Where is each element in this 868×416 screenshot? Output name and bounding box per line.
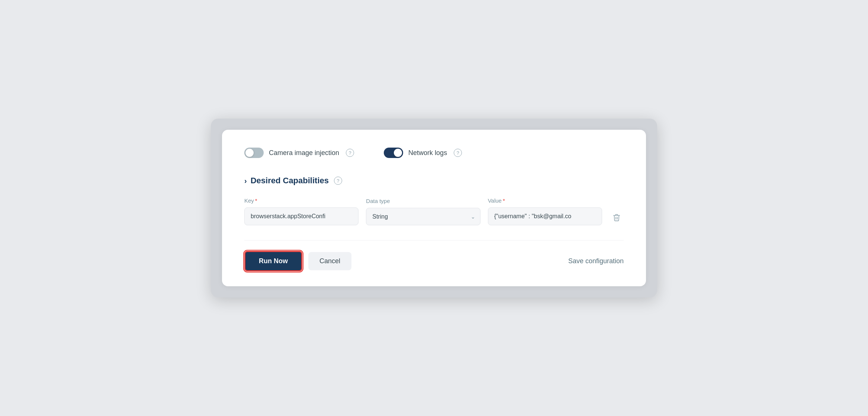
trash-icon bbox=[613, 213, 621, 222]
key-field-group: Key* bbox=[244, 197, 359, 225]
run-now-button[interactable]: Run Now bbox=[244, 251, 302, 271]
value-field-group: Value* bbox=[488, 197, 602, 225]
camera-injection-toggle[interactable] bbox=[244, 148, 264, 158]
page-wrapper: Camera image injection ? Network logs ? … bbox=[211, 119, 657, 297]
capabilities-fields-row: Key* Data type String Boolean Integer Ob… bbox=[244, 197, 624, 225]
save-configuration-button[interactable]: Save configuration bbox=[568, 257, 624, 265]
chevron-down-icon: › bbox=[244, 177, 247, 185]
data-type-field-group: Data type String Boolean Integer Object … bbox=[366, 198, 480, 225]
camera-injection-thumb bbox=[245, 149, 254, 157]
network-logs-help-icon[interactable]: ? bbox=[454, 149, 462, 157]
network-logs-thumb bbox=[394, 149, 402, 157]
camera-injection-toggle-item: Camera image injection ? bbox=[244, 148, 354, 158]
data-type-select[interactable]: String Boolean Integer Object bbox=[366, 208, 480, 225]
network-logs-label: Network logs bbox=[408, 149, 447, 157]
camera-injection-label: Camera image injection bbox=[269, 149, 339, 157]
toggle-row: Camera image injection ? Network logs ? bbox=[244, 148, 624, 158]
value-input[interactable] bbox=[488, 207, 602, 225]
network-logs-toggle-item: Network logs ? bbox=[384, 148, 462, 158]
value-field-label: Value* bbox=[488, 197, 602, 204]
modal-container: Camera image injection ? Network logs ? … bbox=[222, 130, 646, 286]
camera-injection-help-icon[interactable]: ? bbox=[346, 149, 354, 157]
desired-capabilities-help-icon[interactable]: ? bbox=[334, 177, 342, 185]
data-type-field-label: Data type bbox=[366, 198, 480, 204]
data-type-select-wrapper: String Boolean Integer Object ⌄ bbox=[366, 208, 480, 225]
key-field-label: Key* bbox=[244, 197, 359, 204]
bottom-bar: Run Now Cancel Save configuration bbox=[244, 240, 624, 271]
desired-capabilities-header[interactable]: › Desired Capabilities ? bbox=[244, 176, 624, 186]
key-input[interactable] bbox=[244, 207, 359, 225]
desired-capabilities-title: Desired Capabilities bbox=[251, 176, 329, 186]
cancel-button[interactable]: Cancel bbox=[308, 252, 351, 270]
network-logs-toggle[interactable] bbox=[384, 148, 403, 158]
delete-row-button[interactable] bbox=[610, 210, 624, 225]
